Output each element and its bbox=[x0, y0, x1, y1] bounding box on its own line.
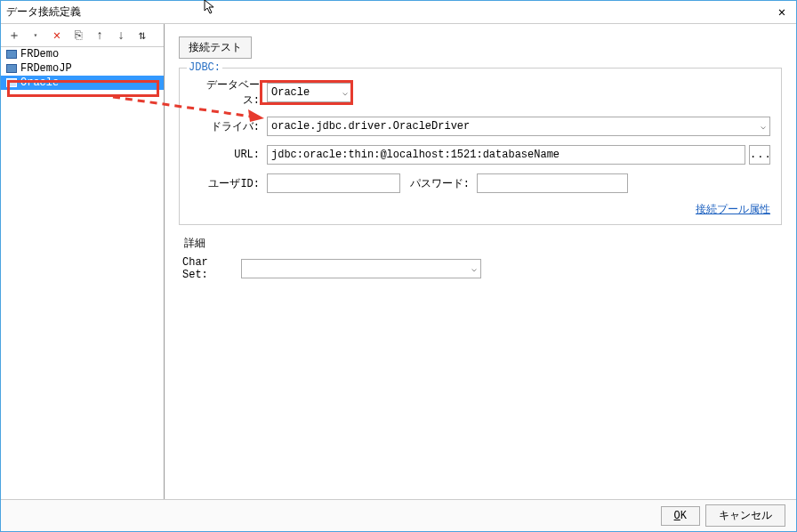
list-item-label: FRDemoJP bbox=[20, 62, 72, 75]
url-browse-button[interactable]: ... bbox=[749, 145, 770, 165]
list-item[interactable]: FRDemo bbox=[1, 47, 164, 61]
dialog-body: ＋ ▾ ✕ ⎘ ↑ ↓ ⇅ FRDemo FRDemoJP bbox=[1, 24, 796, 499]
chevron-down-icon: ⌵ bbox=[342, 87, 348, 98]
title-bar: データ接続定義 ✕ bbox=[1, 1, 796, 24]
close-icon[interactable]: ✕ bbox=[773, 4, 791, 21]
list-item[interactable]: FRDemoJP bbox=[1, 61, 164, 76]
detail-header: 詳細 bbox=[184, 236, 780, 251]
database-select[interactable]: Oracle ⌵ bbox=[267, 83, 352, 102]
user-input[interactable] bbox=[267, 173, 400, 193]
connection-pool-link[interactable]: 接続プール属性 bbox=[696, 204, 770, 216]
driver-value: oracle.jdbc.driver.OracleDriver bbox=[271, 120, 470, 133]
move-down-icon[interactable]: ↓ bbox=[113, 28, 129, 44]
database-icon bbox=[6, 50, 17, 59]
main-panel: 接続テスト JDBC: データベース: Oracle ⌵ ドライバ: oracl… bbox=[165, 24, 796, 499]
database-value: Oracle bbox=[271, 86, 310, 99]
sidebar: ＋ ▾ ✕ ⎘ ↑ ↓ ⇅ FRDemo FRDemoJP bbox=[1, 24, 165, 499]
database-label: データベース: bbox=[190, 77, 260, 108]
list-item[interactable]: Oracle bbox=[1, 76, 164, 90]
charset-label: Char Set: bbox=[182, 256, 237, 281]
charset-select[interactable]: ⌵ bbox=[241, 259, 481, 278]
detail-section: 詳細 Char Set: ⌵ bbox=[179, 236, 782, 281]
password-label: パスワード: bbox=[404, 176, 470, 191]
copy-icon[interactable]: ⎘ bbox=[70, 28, 86, 44]
dialog-window: データ接続定義 ✕ ＋ ▾ ✕ ⎘ ↑ ↓ ⇅ FRDemo FRDemoJ bbox=[0, 0, 797, 532]
connection-list: FRDemo FRDemoJP Oracle bbox=[1, 47, 164, 499]
url-row: URL: ... bbox=[190, 145, 770, 165]
sidebar-toolbar: ＋ ▾ ✕ ⎘ ↑ ↓ ⇅ bbox=[1, 24, 164, 47]
jdbc-legend: JDBC: bbox=[187, 61, 222, 74]
delete-icon[interactable]: ✕ bbox=[49, 28, 65, 44]
jdbc-fieldset: JDBC: データベース: Oracle ⌵ ドライバ: oracle.jdbc… bbox=[179, 68, 782, 225]
credentials-row: ユーザID: パスワード: bbox=[190, 173, 770, 193]
test-connection-button[interactable]: 接続テスト bbox=[179, 36, 252, 59]
footer: OK キャンセル bbox=[1, 499, 796, 531]
list-item-label: FRDemo bbox=[20, 48, 59, 60]
driver-row: ドライバ: oracle.jdbc.driver.OracleDriver ⌵ bbox=[190, 117, 770, 136]
charset-row: Char Set: ⌵ bbox=[181, 256, 780, 281]
chevron-down-icon: ⌵ bbox=[761, 121, 766, 132]
password-input[interactable] bbox=[477, 173, 628, 193]
move-up-icon[interactable]: ↑ bbox=[92, 28, 108, 44]
window-title: データ接続定義 bbox=[6, 4, 81, 20]
database-icon bbox=[6, 64, 17, 73]
database-row: データベース: Oracle ⌵ bbox=[190, 77, 770, 108]
add-icon[interactable]: ＋ bbox=[6, 28, 22, 44]
database-icon bbox=[6, 78, 17, 87]
driver-select[interactable]: oracle.jdbc.driver.OracleDriver ⌵ bbox=[267, 117, 770, 136]
driver-label: ドライバ: bbox=[190, 119, 260, 134]
dropdown-icon[interactable]: ▾ bbox=[28, 28, 44, 44]
cancel-button[interactable]: キャンセル bbox=[705, 504, 785, 527]
list-item-label: Oracle bbox=[20, 77, 59, 89]
pool-link-row: 接続プール属性 bbox=[190, 202, 770, 217]
url-label: URL: bbox=[190, 149, 260, 161]
sort-icon[interactable]: ⇅ bbox=[134, 28, 150, 44]
user-label: ユーザID: bbox=[190, 176, 260, 191]
url-input[interactable] bbox=[267, 145, 745, 165]
ok-button[interactable]: OK bbox=[661, 506, 700, 526]
chevron-down-icon: ⌵ bbox=[471, 263, 477, 274]
